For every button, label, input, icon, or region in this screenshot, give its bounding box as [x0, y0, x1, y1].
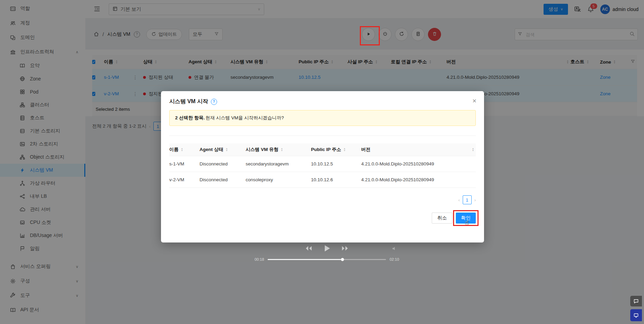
vm-type: secondarystoragevm	[246, 161, 311, 166]
sort-icon[interactable]: ▴▾	[226, 148, 227, 152]
progress-track[interactable]	[268, 259, 386, 260]
modal-table-row: v-2-VM Disconnected consoleproxy 10.10.1…	[169, 172, 476, 188]
start-systemvm-modal: 시스템 VM 시작 ? × 2 선택한 항목. 현재 시스템 VM을 시작하시겠…	[161, 91, 484, 242]
vm-type: consoleproxy	[246, 177, 311, 182]
app-root: 역할 계정 도메인 인프라스트럭쳐 ∧ 요약 Zone Pod 클	[0, 0, 644, 324]
col-type[interactable]: 시스템 VM 유형▴▾	[246, 147, 311, 153]
vm-version: 4.21.0.0-Mold.Diplo-202510280949	[361, 161, 476, 166]
modal-title-row: 시스템 VM 시작 ?	[169, 98, 476, 105]
playback-controls	[255, 243, 399, 255]
floating-widgets	[630, 296, 642, 321]
modal-title: 시스템 VM 시작	[169, 98, 208, 105]
console-widget-button[interactable]	[630, 309, 642, 321]
sort-icon[interactable]: ▴▾	[344, 148, 345, 152]
col-public-ip[interactable]: Public IP 주소▴▾	[311, 147, 361, 153]
time-elapsed: 00:18	[255, 257, 264, 261]
time-total: 02:10	[389, 257, 399, 261]
next-page-icon[interactable]: ›	[474, 197, 476, 203]
modal-table-row: s-1-VM Disconnected secondarystoragevm 1…	[169, 156, 476, 172]
sort-icon[interactable]: ▴▾	[472, 148, 474, 152]
vm-name: s-1-VM	[169, 161, 200, 166]
vm-version: 4.21.0.0-Mold.Diplo-202510280949	[361, 177, 476, 182]
sort-icon[interactable]: ▴▾	[281, 148, 282, 152]
help-icon[interactable]: ?	[211, 99, 217, 105]
divider	[169, 136, 476, 136]
public-ip: 10.10.12.6	[311, 177, 361, 182]
mouse-cursor: ☝	[465, 219, 469, 226]
sort-icon[interactable]: ▴▾	[181, 148, 183, 152]
vm-name: v-2-VM	[169, 177, 200, 182]
modal-table-header: 이름▴▾ Agent 상태▴▾ 시스템 VM 유형▴▾ Public IP 주소…	[169, 143, 476, 156]
prev-page-icon[interactable]: ‹	[458, 197, 460, 203]
public-ip: 10.10.12.5	[311, 161, 361, 166]
fast-forward-icon[interactable]	[341, 245, 349, 252]
playback-overlay: 00:18 02:10	[255, 243, 399, 261]
confirm-alert: 2 선택한 항목. 현재 시스템 VM을 시작하시겠습니까?	[169, 110, 476, 126]
col-agent-state[interactable]: Agent 상태▴▾	[200, 147, 246, 153]
close-icon[interactable]: ×	[472, 97, 476, 104]
page-number[interactable]: 1	[463, 195, 472, 204]
chat-widget-button[interactable]	[630, 296, 642, 306]
col-version[interactable]: 버전▴▾	[361, 147, 476, 153]
cancel-button[interactable]: 취소	[432, 213, 452, 224]
agent-state: Disconnected	[200, 161, 246, 166]
volume-icon[interactable]	[392, 246, 397, 251]
playback-progress: 00:18 02:10	[255, 257, 399, 261]
col-name[interactable]: 이름▴▾	[169, 147, 200, 153]
play-icon[interactable]	[323, 244, 331, 253]
modal-footer: 취소 확인 ☝	[169, 213, 476, 224]
agent-state: Disconnected	[200, 177, 246, 182]
progress-thumb[interactable]	[341, 258, 344, 261]
rewind-icon[interactable]	[305, 245, 312, 252]
modal-pagination: ‹ 1 ›	[169, 195, 476, 204]
